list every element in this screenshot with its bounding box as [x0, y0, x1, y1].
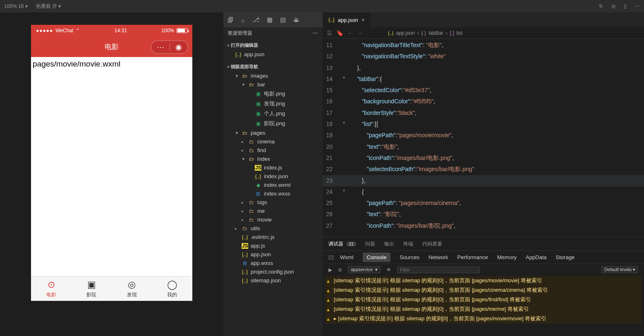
warning-icon: ▲	[326, 279, 330, 284]
filter-input[interactable]	[397, 267, 480, 273]
tab-发现[interactable]: ◎发现	[112, 276, 152, 301]
app-title: 电影	[105, 42, 119, 52]
code-editor[interactable]: 11 "navigationBarTitleText": "电影",12 "na…	[323, 39, 644, 237]
ext-icon[interactable]: ▦	[267, 16, 273, 24]
capsule-button[interactable]: ⋯ ◉	[151, 41, 188, 54]
explorer-more-icon[interactable]: ⋯	[313, 30, 318, 36]
project-section[interactable]: 猫眼底部导航	[223, 62, 323, 71]
devtool-tab-Performance[interactable]: Performance	[457, 254, 488, 260]
back-icon[interactable]: ←	[347, 30, 353, 36]
git-icon[interactable]: ⎇	[252, 16, 259, 24]
tree-movie[interactable]: ▸🗀movie	[223, 215, 323, 224]
tab-icon: ◯	[167, 279, 177, 290]
stop-icon[interactable]: ◎	[611, 3, 615, 9]
clear-icon[interactable]: ⊘	[338, 267, 342, 273]
simulator-pane: ●●●●● WeChat ⌃ 14:31 100% 电影 ⋯ ◉ pages/m…	[0, 12, 223, 336]
tree-index[interactable]: ▼🗁index	[223, 155, 323, 163]
tree-index.wxml[interactable]: ◆index.wxml	[223, 181, 323, 189]
console-line: ▲[sitemap 索引情况提示] 根据 sitemap 的规则[0]，当前页面…	[325, 276, 642, 286]
open-editors-section[interactable]: 打开的编辑器	[223, 41, 323, 50]
tree-影院.png[interactable]: ▣影院.png	[223, 119, 323, 129]
panel-tab-调试器[interactable]: 调试器	[328, 241, 343, 248]
tree-logs[interactable]: ▸🗀logs	[223, 198, 323, 207]
devtool-tab-Sources[interactable]: Sources	[400, 254, 419, 260]
console-toolbar: ▶ ⊘ appservice ▾ 👁 Default levels ▾	[323, 264, 644, 275]
eye-icon[interactable]: 👁	[386, 267, 391, 273]
tab-我的[interactable]: ◯我的	[152, 276, 193, 301]
console-output[interactable]: ▲[sitemap 索引情况提示] 根据 sitemap 的规则[0]，当前页面…	[323, 275, 644, 336]
capsule-close-icon[interactable]: ◉	[170, 43, 188, 52]
panel-tab-问题[interactable]: 问题	[365, 241, 375, 248]
tree-app.js[interactable]: JSapp.js	[223, 241, 323, 250]
top-bar: 100% 16 ▾ 热重载 开 ▾ ↻ ◎ ▯ ⋯	[0, 0, 644, 12]
phone-icon[interactable]: ▯	[624, 3, 627, 9]
wifi-icon: ⌃	[76, 28, 80, 33]
explorer-title: 资源管理器	[227, 30, 252, 37]
files-icon[interactable]: 🗐	[227, 17, 234, 24]
inspect-icon[interactable]: ⮹	[328, 254, 334, 261]
levels-select[interactable]: Default levels ▾	[601, 266, 638, 273]
zoom-level[interactable]: 100% 16 ▾	[4, 3, 28, 9]
more-icon[interactable]: ⋯	[635, 3, 640, 9]
status-time: 14:31	[115, 28, 127, 33]
open-editor-file[interactable]: {..}app.json	[223, 50, 323, 59]
capsule-menu-icon[interactable]: ⋯	[151, 43, 170, 52]
bookmark-icon[interactable]: 🔖	[336, 30, 343, 36]
hot-reload-toggle[interactable]: 热重载 开 ▾	[36, 3, 61, 10]
panel-tab-输出[interactable]: 输出	[384, 241, 394, 248]
tree-个人.png[interactable]: ▣个人.png	[223, 109, 323, 119]
tree-电影.png[interactable]: ▣电影.png	[223, 89, 323, 99]
editor-pane: {..} app.json × ☰ 🔖 ← → {..} app.json › …	[323, 12, 644, 336]
devtool-tab-Network[interactable]: Network	[429, 254, 448, 260]
tree-utils[interactable]: ▸🗀utils	[223, 224, 323, 233]
phone-frame: ●●●●● WeChat ⌃ 14:31 100% 电影 ⋯ ◉ pages/m…	[31, 25, 192, 301]
tab-icon: ◎	[128, 279, 136, 290]
close-icon[interactable]: ×	[362, 17, 365, 23]
battery-icon	[177, 28, 187, 33]
panel-tab-代码质量[interactable]: 代码质量	[422, 241, 442, 248]
tree-.eslintrc.js[interactable]: {..}.eslintrc.js	[223, 233, 323, 241]
tree-app.wxss[interactable]: ⊞app.wxss	[223, 259, 323, 267]
devtool-tab-Wxml[interactable]: Wxml	[340, 254, 354, 260]
devtool-tab-Memory[interactable]: Memory	[497, 254, 517, 260]
tree-app.json[interactable]: {..}app.json	[223, 250, 323, 259]
tree-index.js[interactable]: JSindex.js	[223, 163, 323, 172]
console-line: ▲▸ [sitemap 索引情况提示] 根据 sitemap 的规则[0]，当前…	[325, 314, 642, 324]
run-icon[interactable]: ▶	[328, 267, 332, 273]
docker-icon[interactable]: ⛴	[293, 17, 299, 24]
refresh-icon[interactable]: ↻	[599, 3, 603, 9]
app-header: 电影 ⋯ ◉	[31, 36, 192, 57]
tab-影院[interactable]: ▣影院	[72, 276, 112, 301]
tabbar: ⊙电影▣影院◎发现◯我的	[31, 276, 192, 301]
tab-icon: ⊙	[48, 279, 55, 290]
devtool-tab-AppData[interactable]: AppData	[526, 254, 547, 260]
search-icon[interactable]: ⌕	[241, 17, 245, 24]
tab-icon: ▣	[87, 279, 96, 290]
tree-images[interactable]: ▼🗁images	[223, 71, 323, 80]
tree-bar[interactable]: ▼🗁bar	[223, 80, 323, 89]
panel-tabs: 调试器21问题输出终端代码质量	[323, 237, 644, 250]
tree-发现.png[interactable]: ▣发现.png	[223, 99, 323, 109]
console-line: ▲[sitemap 索引情况提示] 根据 sitemap 的规则[0]，当前页面…	[325, 305, 642, 314]
tree-find[interactable]: ▸🗀find	[223, 146, 323, 155]
tab-app-json[interactable]: {..} app.json ×	[323, 12, 371, 27]
tree-cinema[interactable]: ▸🗀cinema	[223, 137, 323, 146]
panel-tab-终端[interactable]: 终端	[403, 241, 413, 248]
tree-index.wxss[interactable]: ⊞index.wxss	[223, 189, 323, 198]
warning-icon: ▲	[326, 288, 330, 293]
tree-me[interactable]: ▸🗀me	[223, 207, 323, 215]
tree-index.json[interactable]: {..}index.json	[223, 172, 323, 181]
forward-icon[interactable]: →	[357, 30, 363, 36]
status-bar: ●●●●● WeChat ⌃ 14:31 100%	[31, 25, 192, 36]
explorer-pane: 🗐 ⌕ ⎇ ▦ ▤ ⛴ 资源管理器 ⋯ 打开的编辑器 {..}app.json …	[223, 12, 323, 336]
list-icon[interactable]: ☰	[327, 30, 332, 36]
tab-电影[interactable]: ⊙电影	[31, 276, 72, 301]
tree-project.config.json[interactable]: {..}project.config.json	[223, 267, 323, 276]
devtool-tab-Console[interactable]: Console	[363, 253, 391, 262]
tree-pages[interactable]: ▼🗁pages	[223, 129, 323, 137]
tree-sitemap.json[interactable]: {..}sitemap.json	[223, 276, 323, 285]
debug-icon[interactable]: ▤	[280, 16, 286, 24]
breadcrumb-bar: ☰ 🔖 ← → {..} app.json › { } tabBar › [ ]…	[323, 27, 644, 39]
context-select[interactable]: appservice ▾	[348, 266, 381, 273]
devtool-tab-Storage[interactable]: Storage	[556, 254, 575, 260]
